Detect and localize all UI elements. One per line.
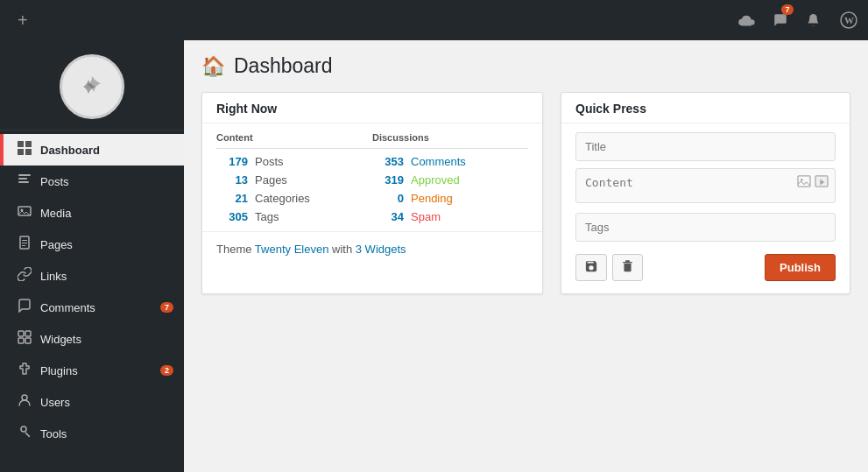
posts-row: 179 Posts: [216, 152, 372, 171]
approved-count: 319: [372, 173, 404, 187]
svg-rect-14: [22, 245, 25, 246]
approved-label[interactable]: Approved: [411, 173, 460, 187]
page-title: Dashboard: [234, 54, 333, 78]
discussions-col: Discussions 353 Comments 319 Approved 0 …: [372, 132, 528, 226]
insert-media-icon[interactable]: [815, 175, 829, 190]
svg-rect-12: [22, 240, 27, 241]
quick-press-title: Quick Press: [561, 93, 850, 123]
svg-rect-8: [18, 181, 29, 183]
sidebar-item-label: Posts: [40, 175, 173, 188]
top-bar: + 7 W: [0, 0, 868, 40]
svg-rect-13: [22, 243, 27, 243]
right-now-cols: Content 179 Posts 13 Pages 21 Categories: [202, 123, 542, 226]
sidebar-item-pages[interactable]: Pages: [0, 229, 184, 260]
tags-label: Tags: [255, 210, 279, 223]
quick-press-tags-input[interactable]: [575, 213, 836, 242]
svg-rect-7: [18, 178, 27, 180]
sidebar-item-label: Pages: [40, 238, 173, 251]
publish-button[interactable]: Publish: [765, 254, 836, 281]
sidebar-item-widgets[interactable]: Widgets: [0, 323, 184, 355]
sidebar-item-tools[interactable]: Tools: [0, 418, 184, 449]
top-bar-left: +: [7, 11, 729, 31]
dashboard-icon: [16, 141, 33, 159]
sidebar-item-plugins[interactable]: Plugins 2: [0, 355, 184, 386]
pending-row: 0 Pending: [372, 189, 528, 208]
theme-link[interactable]: Twenty Eleven: [255, 243, 329, 256]
sidebar-item-links[interactable]: Links: [0, 260, 184, 292]
tags-count: 305: [216, 210, 248, 223]
site-logo: [60, 54, 124, 119]
quick-press-widget: Quick Press: [561, 92, 850, 294]
svg-rect-4: [18, 149, 24, 155]
sidebar: Dashboard Posts Media Pages: [0, 40, 184, 472]
spam-label[interactable]: Spam: [411, 210, 441, 223]
sidebar-item-users[interactable]: Users: [0, 386, 184, 418]
quick-press-title-input[interactable]: [575, 132, 836, 161]
sidebar-item-label: Links: [40, 270, 173, 283]
comments-disc-label[interactable]: Comments: [411, 155, 466, 168]
categories-row: 21 Categories: [216, 189, 372, 208]
svg-point-21: [801, 179, 803, 181]
svg-rect-6: [18, 174, 31, 176]
cloud-icon-button[interactable]: [729, 0, 764, 40]
categories-count: 21: [216, 192, 248, 205]
tags-row: 305 Tags: [216, 208, 372, 226]
links-icon: [16, 267, 33, 285]
posts-icon: [16, 173, 33, 190]
plugins-nav-badge: 2: [160, 365, 173, 376]
page-title-row: 🏠 Dashboard: [201, 54, 850, 78]
sidebar-item-label: Users: [40, 396, 173, 409]
top-bar-icons: 7 W: [729, 0, 868, 40]
approved-row: 319 Approved: [372, 171, 528, 189]
widgets-icon: [16, 330, 33, 348]
dashboard-page-icon: 🏠: [201, 55, 225, 78]
widgets-link[interactable]: 3 Widgets: [356, 243, 406, 256]
quick-press-form: Publish: [561, 123, 850, 293]
svg-rect-20: [798, 176, 810, 187]
sidebar-nav: Dashboard Posts Media Pages: [0, 134, 184, 449]
svg-text:W: W: [844, 15, 854, 25]
svg-rect-2: [18, 141, 24, 147]
svg-rect-15: [18, 331, 24, 336]
theme-row: Theme Twenty Eleven with 3 Widgets: [202, 231, 542, 268]
svg-rect-17: [18, 338, 24, 343]
main-layout: Dashboard Posts Media Pages: [0, 40, 868, 472]
sidebar-item-comments[interactable]: Comments 7: [0, 292, 184, 323]
wordpress-logo-button[interactable]: W: [829, 0, 868, 40]
comments-disc-count: 353: [372, 155, 404, 168]
reset-button[interactable]: [612, 254, 643, 281]
bell-icon-button[interactable]: [797, 0, 829, 40]
posts-label: Posts: [255, 155, 284, 168]
categories-label: Categories: [255, 192, 310, 205]
pages-label: Pages: [255, 173, 287, 187]
content-header: Content: [216, 132, 372, 149]
widgets-row: Right Now Content 179 Posts 13 Pages: [201, 92, 850, 294]
svg-point-19: [22, 395, 27, 400]
content-area: 🏠 Dashboard Right Now Content 179 Posts …: [184, 40, 868, 472]
add-new-button[interactable]: +: [7, 11, 39, 31]
svg-rect-16: [25, 331, 31, 336]
qp-actions: Publish: [575, 254, 836, 281]
sidebar-item-media[interactable]: Media: [0, 197, 184, 229]
with-word: with: [332, 243, 352, 256]
discussions-header: Discussions: [372, 132, 528, 149]
sidebar-item-label: Media: [40, 207, 173, 220]
pages-count: 13: [216, 173, 248, 187]
svg-rect-3: [25, 141, 32, 147]
sidebar-item-dashboard[interactable]: Dashboard: [0, 134, 184, 166]
save-draft-button[interactable]: [575, 254, 607, 281]
sidebar-item-posts[interactable]: Posts: [0, 166, 184, 197]
pending-count: 0: [372, 192, 404, 205]
spam-row: 34 Spam: [372, 208, 528, 226]
insert-image-icon[interactable]: [797, 175, 811, 190]
comments-icon-button[interactable]: 7: [764, 0, 797, 40]
sidebar-item-label: Tools: [40, 427, 173, 440]
sidebar-item-label: Plugins: [40, 364, 157, 377]
theme-text: Theme: [216, 243, 251, 256]
quick-press-content-row: [575, 168, 836, 206]
pending-label[interactable]: Pending: [411, 192, 453, 205]
svg-rect-5: [25, 149, 32, 155]
comments-icon: [16, 299, 33, 316]
svg-rect-18: [25, 338, 31, 343]
tools-icon: [16, 425, 33, 442]
